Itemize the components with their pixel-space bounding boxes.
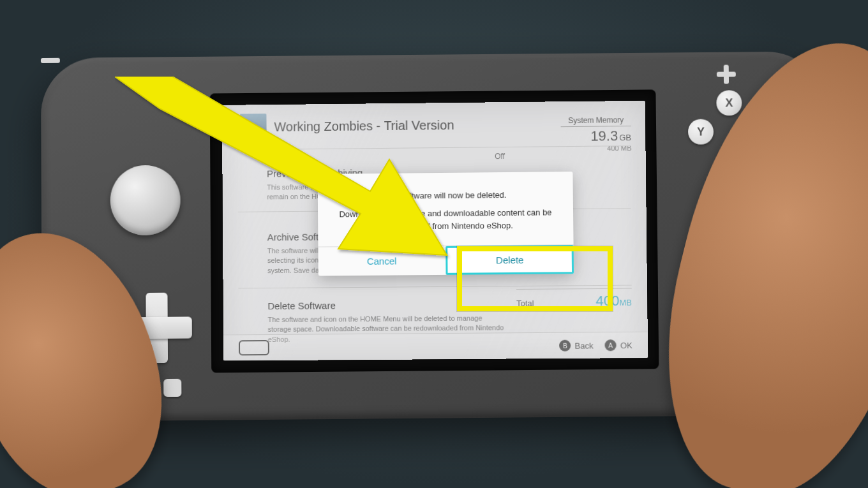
plus-button-h	[717, 71, 736, 77]
y-button[interactable]: Y	[688, 119, 714, 144]
left-stick[interactable]	[110, 165, 181, 236]
screen: Working Zombies - Trial Version System M…	[222, 101, 648, 361]
screen-bezel: Working Zombies - Trial Version System M…	[210, 89, 659, 373]
dialog-body: The software will now be deleted. Downlo…	[318, 172, 574, 247]
dialog-line2: Downloadable software and downloadable c…	[336, 206, 555, 233]
delete-button[interactable]: Delete	[445, 246, 574, 276]
delete-confirm-dialog: The software will now be deleted. Downlo…	[318, 172, 574, 276]
cancel-button[interactable]: Cancel	[318, 246, 445, 276]
minus-button[interactable]	[41, 58, 60, 63]
capture-button[interactable]	[163, 379, 181, 397]
dialog-actions: Cancel Delete	[318, 245, 574, 276]
data-management-screen: Working Zombies - Trial Version System M…	[222, 101, 648, 361]
x-button[interactable]: X	[716, 90, 742, 115]
